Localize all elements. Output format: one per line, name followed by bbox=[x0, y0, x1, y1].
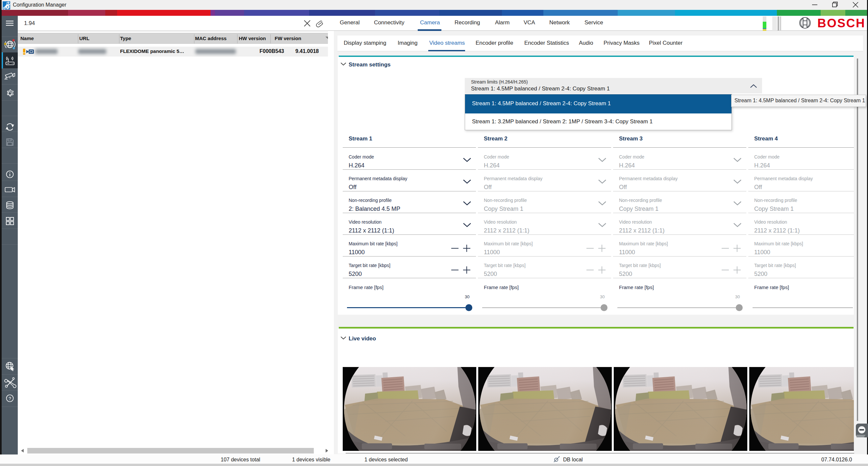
svg-text:?: ? bbox=[8, 396, 11, 401]
